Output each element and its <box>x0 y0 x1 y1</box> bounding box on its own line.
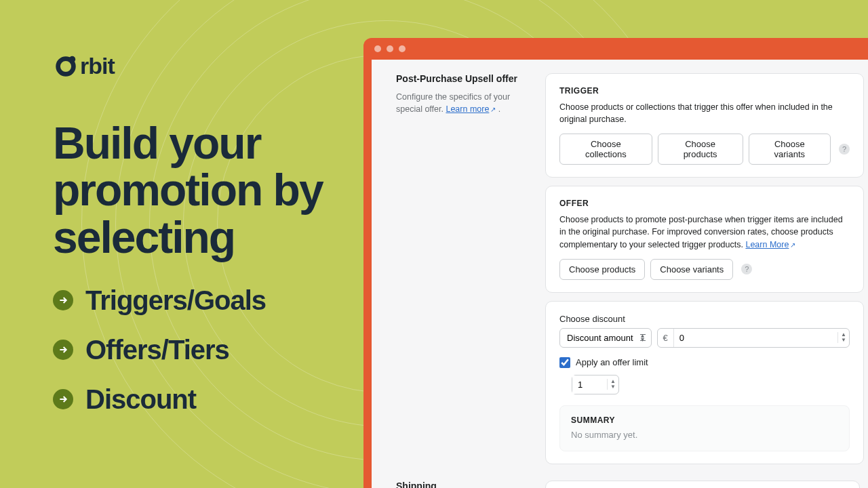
orbit-logo-icon <box>53 54 79 79</box>
bullet-label: Discount <box>85 384 196 415</box>
app-window: Post-Purchase Upsell offer Configure the… <box>363 38 868 488</box>
offer-desc: Choose products to promote post-purchase… <box>559 214 850 250</box>
discount-type-select[interactable]: Discount amount ▴▾ <box>559 328 652 348</box>
bullet-label: Offers/Tiers <box>85 335 229 365</box>
bullet-offers: Offers/Tiers <box>53 335 358 365</box>
offer-limit-input[interactable]: ▲▼ <box>572 375 619 394</box>
help-icon[interactable]: ? <box>839 144 850 155</box>
offer-card: OFFER Choose products to promote post-pu… <box>545 186 864 292</box>
external-link-icon: ↗ <box>790 241 795 249</box>
hero-bullet-list: Triggers/Goals Offers/Tiers Discount <box>53 285 358 415</box>
svg-point-1 <box>69 56 76 62</box>
trigger-desc: Choose products or collections that trig… <box>559 101 850 125</box>
learn-more-link[interactable]: Learn more <box>446 104 489 114</box>
currency-prefix: € <box>658 329 674 347</box>
shipping-title: Shipping <box>396 481 532 488</box>
choose-collections-button[interactable]: Choose collections <box>559 134 652 165</box>
summary-heading: SUMMARY <box>571 415 838 425</box>
shipping-card: Additional shipping charge € ▲▼ <box>545 481 860 488</box>
discount-amount-input[interactable]: € ▲▼ <box>657 328 850 348</box>
bullet-triggers: Triggers/Goals <box>53 285 358 316</box>
bullet-label: Triggers/Goals <box>85 285 266 316</box>
brand-logo: rbit <box>53 53 358 79</box>
number-stepper[interactable]: ▲▼ <box>837 332 849 343</box>
choose-products-button[interactable]: Choose products <box>658 134 743 165</box>
offer-limit-field[interactable] <box>572 375 607 394</box>
sidebar-desc: Configure the specifics of your special … <box>396 91 532 115</box>
help-icon[interactable]: ? <box>741 264 752 274</box>
bullet-discount: Discount <box>53 384 358 415</box>
trigger-heading: TRIGGER <box>559 86 850 96</box>
hero-headline: Build your promotion by selecting <box>53 120 358 261</box>
hero-column: rbit Build your promotion by selecting T… <box>53 53 358 415</box>
brand-name: rbit <box>80 53 115 79</box>
arrow-right-icon <box>53 290 73 310</box>
app-surface: Post-Purchase Upsell offer Configure the… <box>372 60 868 488</box>
discount-card: Choose discount Discount amount ▴▾ € ▲▼ <box>545 301 864 465</box>
window-titlebar <box>363 38 868 60</box>
learn-more-link[interactable]: Learn More <box>745 240 789 249</box>
sidebar-title: Post-Purchase Upsell offer <box>396 73 532 84</box>
number-stepper[interactable]: ▲▼ <box>607 379 618 390</box>
choose-products-button[interactable]: Choose products <box>559 259 645 280</box>
traffic-light-zoom-icon[interactable] <box>399 45 406 52</box>
arrow-right-icon <box>53 389 73 409</box>
form-sidebar: Post-Purchase Upsell offer Configure the… <box>396 73 532 464</box>
summary-panel: SUMMARY No summary yet. <box>559 405 850 452</box>
summary-text: No summary yet. <box>571 429 838 442</box>
shipping-sidebar: Shipping Learn more↗ . <box>396 481 532 488</box>
traffic-light-minimize-icon[interactable] <box>387 45 393 52</box>
choose-variants-button[interactable]: Choose variants <box>650 259 733 280</box>
apply-offer-limit-input[interactable] <box>559 357 570 368</box>
apply-offer-limit-checkbox[interactable]: Apply an offer limit <box>559 357 850 368</box>
offer-heading: OFFER <box>559 199 850 208</box>
discount-label: Choose discount <box>559 314 850 324</box>
trigger-card: TRIGGER Choose products or collections t… <box>545 73 864 178</box>
choose-variants-button[interactable]: Choose variants <box>749 134 831 165</box>
arrow-right-icon <box>53 340 73 360</box>
chevron-updown-icon: ▴▾ <box>641 333 644 342</box>
discount-value-field[interactable] <box>674 329 837 347</box>
traffic-light-close-icon[interactable] <box>374 45 381 52</box>
